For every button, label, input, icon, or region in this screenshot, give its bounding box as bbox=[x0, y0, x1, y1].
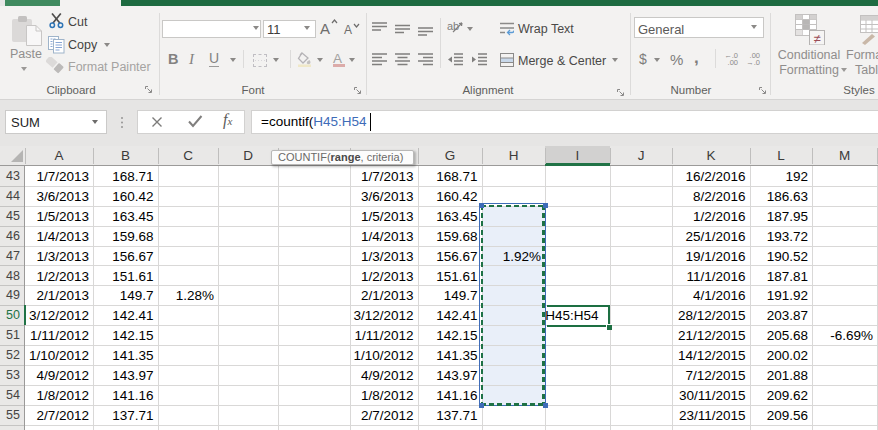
svg-text:≠: ≠ bbox=[813, 31, 820, 46]
